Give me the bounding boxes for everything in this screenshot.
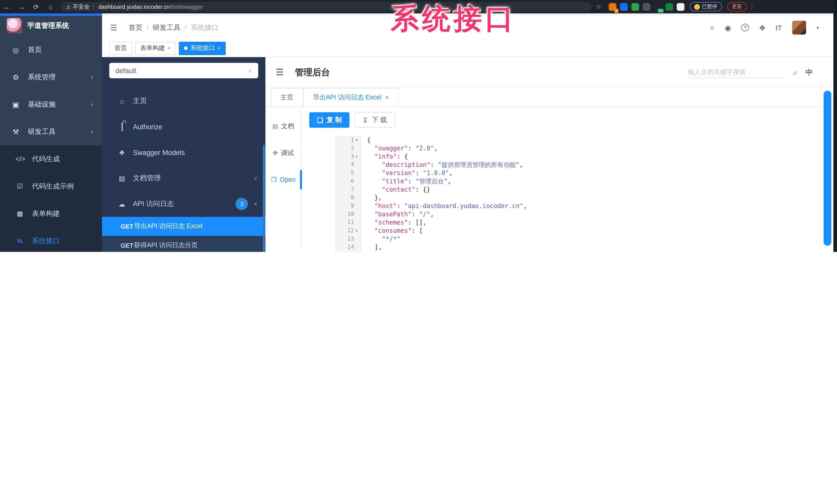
swagger-menu-item-API 访问日志[interactable]: ☁API 访问日志2∧ <box>102 191 265 217</box>
language-toggle-icon[interactable]: 中 <box>805 68 813 77</box>
swagger-menu-item-Authorize[interactable]: Authorize <box>102 114 265 139</box>
code-line: 15▾ "produces": [ <box>335 251 825 252</box>
font-size-icon[interactable]: tT <box>776 23 782 32</box>
sidebar-item-表单构建[interactable]: ▦表单构建 <box>0 200 102 227</box>
forward-icon[interactable]: → <box>14 3 29 11</box>
home-icon[interactable]: ⌂ <box>43 3 58 11</box>
doc-side-tabs: ▤文档✤调试❐Open <box>265 107 302 252</box>
side-tab-Open[interactable]: ❐Open <box>265 172 301 187</box>
admin-menu: ◎首页⚙系统管理∨▣基础设施∨⚒研发工具∧</>代码生成☑代码生成示例▦表单构建… <box>0 36 102 252</box>
doc-tab-主页[interactable]: 主页 <box>271 88 303 107</box>
hamburger-icon[interactable]: ☰ <box>110 23 117 32</box>
back-icon[interactable]: ← <box>0 3 14 11</box>
browser-menu-icon[interactable]: ⋮ <box>749 3 755 10</box>
breadcrumb-separator: / <box>147 24 149 32</box>
bookmark-star-icon[interactable]: ☆ <box>596 3 602 10</box>
bug-icon: ✤ <box>273 149 278 156</box>
breadcrumb-item[interactable]: 首页 <box>129 23 143 32</box>
doc-tab-导出API 访问日志 Excel[interactable]: 导出API 访问日志 Excel× <box>303 88 398 107</box>
update-button[interactable]: 更新 <box>727 2 747 11</box>
search-icon[interactable]: ⌕ <box>710 23 714 32</box>
extension-pin[interactable] <box>620 3 628 11</box>
avatar-caret-icon[interactable]: ▾ <box>817 25 819 30</box>
sidebar-item-首页[interactable]: ◎首页 <box>0 36 102 63</box>
code-token: }, <box>367 194 382 201</box>
security-label[interactable]: 不安全 <box>73 3 90 11</box>
reload-icon[interactable]: ⟳ <box>29 3 43 11</box>
line-number-value: 12 <box>348 227 354 235</box>
download-button[interactable]: ↧ 下 载 <box>355 112 395 128</box>
side-tab-label: Open <box>280 176 295 183</box>
page-scrollbar-thumb[interactable] <box>824 91 831 246</box>
extension-dark[interactable]: 6h <box>654 3 662 11</box>
swagger-menu-item-主页[interactable]: ⌂主页 <box>102 88 265 114</box>
chevron-up-icon: ∧ <box>90 129 94 134</box>
extension-green-circle[interactable] <box>631 3 639 11</box>
tab-close-icon[interactable]: × <box>385 94 389 100</box>
line-number: 15▾ <box>335 251 361 252</box>
fold-caret-icon[interactable]: ▾ <box>354 251 359 252</box>
copy-icon: ❏ <box>317 116 323 124</box>
api-operation-获得API 访问日志分页[interactable]: GET获得API 访问日志分页 <box>102 236 265 252</box>
swagger-menu-item-Swagger Models[interactable]: ❖Swagger Models <box>102 139 265 165</box>
code-token: "info" <box>374 153 397 160</box>
app-logo-avatar <box>7 18 22 34</box>
api-group-select[interactable]: default ∨ <box>109 63 258 78</box>
fullscreen-icon[interactable]: ✥ <box>760 23 765 32</box>
code-line-content: "contact": {} <box>361 185 430 194</box>
copy-label: 复 制 <box>326 115 342 125</box>
doc-search-icon[interactable]: ⌕ <box>793 68 797 77</box>
line-number-value: 13 <box>348 235 354 243</box>
url-host: dashboard.yudao.iocoder.cn <box>99 4 170 10</box>
collapse-menu-icon[interactable]: ☰ <box>276 67 284 78</box>
sidebar-item-代码生成[interactable]: </>代码生成 <box>0 145 102 172</box>
extension-leaf[interactable] <box>665 3 673 11</box>
json-code-editor[interactable]: 1▾{2 "swagger": "2.0",3▾ "info": {4 "des… <box>335 136 825 252</box>
line-number: 11 <box>335 218 361 227</box>
copy-button[interactable]: ❏ 复 制 <box>309 112 350 128</box>
line-number-value: 3 <box>351 152 354 161</box>
fold-caret-icon[interactable]: ▾ <box>354 152 359 161</box>
code-token <box>367 211 374 218</box>
extension-grid[interactable] <box>643 3 651 11</box>
tag-表单构建[interactable]: 表单构建× <box>135 41 176 55</box>
code-token <box>367 202 374 210</box>
extension-orange[interactable]: 1 <box>609 3 617 11</box>
breadcrumb-item[interactable]: 研发工具 <box>153 23 180 32</box>
code-token: , <box>449 169 452 177</box>
tag-系统接口[interactable]: 系统接口× <box>179 41 226 55</box>
code-token: : [], <box>408 219 427 226</box>
help-icon[interactable]: ? <box>742 24 749 32</box>
github-icon[interactable]: ◉ <box>725 23 731 32</box>
line-number-value: 8 <box>351 194 354 202</box>
app-logo-row[interactable]: 芋道管理系统 <box>0 16 102 36</box>
user-avatar[interactable] <box>793 21 806 35</box>
sidebar-item-基础设施[interactable]: ▣基础设施∨ <box>0 91 102 118</box>
sidebar-item-系统管理[interactable]: ⚙系统管理∨ <box>0 63 102 91</box>
line-number: 14 <box>335 243 361 251</box>
sidebar-item-代码生成示例[interactable]: ☑代码生成示例 <box>0 172 102 200</box>
extension-paw[interactable] <box>677 3 684 11</box>
panel-scrollbar[interactable] <box>263 145 265 252</box>
tag-首页[interactable]: 首页 <box>109 41 132 55</box>
side-tab-label: 调试 <box>281 149 294 157</box>
sidebar-item-系统接口[interactable]: ⇆系统接口 <box>0 227 102 252</box>
side-tab-调试[interactable]: ✤调试 <box>265 145 301 161</box>
tool-icon: ⚒ <box>11 128 20 136</box>
tag-close-icon[interactable]: × <box>167 45 171 51</box>
fold-caret-icon[interactable]: ▾ <box>354 136 359 144</box>
swagger-menu-item-文档管理[interactable]: ▤文档管理∨ <box>102 165 265 191</box>
tag-close-icon[interactable]: × <box>217 45 220 51</box>
code-line: 12▾ "consumes": [ <box>335 227 825 235</box>
sidebar-item-label: 首页 <box>28 45 42 54</box>
fold-caret-icon[interactable]: ▾ <box>354 227 359 235</box>
profile-paused-pill[interactable]: 已暂停 <box>690 2 722 11</box>
api-operation-导出API 访问日志 Excel[interactable]: GET导出API 访问日志 Excel <box>102 217 265 236</box>
doc-search-input[interactable] <box>687 67 785 78</box>
sidebar-item-研发工具[interactable]: ⚒研发工具∧ <box>0 118 102 145</box>
admin-sidebar: 芋道管理系统 ◎首页⚙系统管理∨▣基础设施∨⚒研发工具∧</>代码生成☑代码生成… <box>0 16 102 252</box>
sidebar-item-label: 代码生成示例 <box>32 182 74 191</box>
side-tab-文档[interactable]: ▤文档 <box>265 118 301 134</box>
breadcrumb-item[interactable]: 系统接口 <box>191 23 218 32</box>
http-method-label: GET <box>102 242 134 249</box>
